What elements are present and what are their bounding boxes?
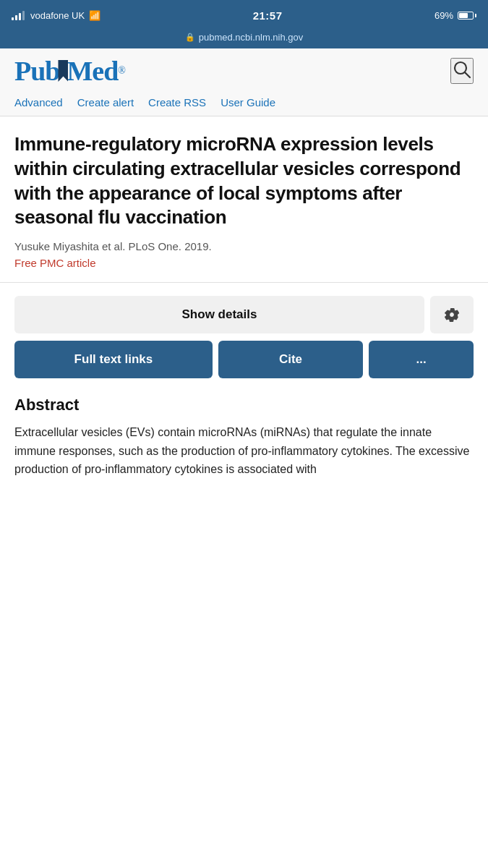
abstract-text: Extracellular vesicles (EVs) contain mic… xyxy=(14,423,474,479)
article-authors: Yusuke Miyashita et al. xyxy=(14,240,125,252)
header-nav: Advanced Create alert Create RSS User Gu… xyxy=(14,92,474,116)
logo-pub: Pub xyxy=(14,57,59,85)
battery-icon xyxy=(458,12,476,20)
show-details-button[interactable]: Show details xyxy=(14,296,424,333)
svg-line-1 xyxy=(466,73,471,78)
url-bar[interactable]: 🔒 pubmed.ncbi.nlm.nih.gov xyxy=(0,29,488,48)
main-content: Immune-regulatory microRNA expression le… xyxy=(0,116,488,508)
carrier-label: vodafone UK xyxy=(30,10,85,21)
status-left: vodafone UK 📶 xyxy=(12,10,100,21)
wifi-icon: 📶 xyxy=(89,10,100,21)
more-button[interactable]: ... xyxy=(369,341,474,378)
search-button[interactable] xyxy=(450,58,474,84)
action-row: Full text links Cite ... xyxy=(14,341,474,378)
nav-advanced[interactable]: Advanced xyxy=(14,92,70,116)
free-pmc-label: Free PMC article xyxy=(14,257,96,269)
pubmed-logo: PubMed® xyxy=(14,57,125,85)
details-row: Show details xyxy=(14,296,474,333)
article-journal: PLoS One. xyxy=(129,240,181,252)
time-display: 21:57 xyxy=(253,9,283,22)
status-right: 69% xyxy=(435,10,476,21)
bookmark-icon xyxy=(58,60,68,82)
abstract-section: Abstract Extracellular vesicles (EVs) co… xyxy=(14,396,474,493)
nav-user-guide[interactable]: User Guide xyxy=(213,92,283,116)
registered-symbol: ® xyxy=(118,66,125,76)
status-bar: vodafone UK 📶 21:57 69% xyxy=(0,0,488,29)
logo-med: Med xyxy=(67,57,118,85)
nav-create-alert[interactable]: Create alert xyxy=(70,92,141,116)
svg-point-0 xyxy=(455,62,466,74)
article-title: Immune-regulatory microRNA expression le… xyxy=(14,132,474,230)
header-top: PubMed® xyxy=(14,57,474,85)
nav-create-rss[interactable]: Create RSS xyxy=(141,92,213,116)
site-header: PubMed® Advanced Create alert Create RSS… xyxy=(0,48,488,116)
abstract-title: Abstract xyxy=(14,396,474,414)
gear-button[interactable] xyxy=(430,296,474,333)
full-text-links-button[interactable]: Full text links xyxy=(14,341,213,378)
article-year: 2019. xyxy=(184,240,212,252)
divider-1 xyxy=(0,282,488,283)
cite-button[interactable]: Cite xyxy=(218,341,363,378)
lock-icon: 🔒 xyxy=(185,33,195,42)
free-pmc-badge[interactable]: Free PMC article xyxy=(14,257,474,269)
url-text: pubmed.ncbi.nlm.nih.gov xyxy=(199,32,304,43)
article-meta: Yusuke Miyashita et al. PLoS One. 2019. xyxy=(14,240,474,252)
battery-percentage: 69% xyxy=(435,10,453,21)
signal-bars-icon xyxy=(12,10,25,20)
